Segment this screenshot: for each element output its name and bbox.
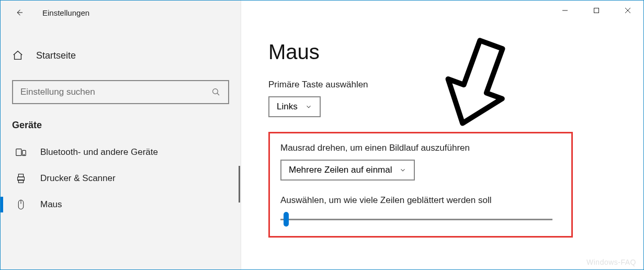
chevron-down-icon [399, 166, 406, 174]
sidebar-item-bluetooth[interactable]: Bluetooth- und andere Geräte [1, 139, 241, 165]
sidebar: Einstellungen Startseite Geräte Bluetoot… [1, 1, 241, 269]
svg-rect-5 [18, 174, 23, 177]
minimize-button[interactable] [549, 1, 581, 20]
primary-button-dropdown[interactable]: Links [268, 96, 321, 117]
search-input[interactable] [20, 87, 211, 97]
highlight-box: Mausrad drehen, um einen Bildlauf auszuf… [268, 132, 573, 238]
svg-rect-1 [16, 149, 21, 156]
window-controls [549, 1, 643, 20]
dropdown-value: Mehrere Zeilen auf einmal [289, 165, 392, 175]
minimize-icon [562, 7, 568, 14]
window-title: Einstellungen [42, 8, 89, 17]
section-header: Geräte [1, 104, 241, 139]
watermark: Windows-FAQ [586, 258, 636, 266]
slider-track [280, 219, 552, 220]
dropdown-value: Links [277, 102, 298, 112]
search-icon [211, 87, 221, 97]
back-button[interactable] [12, 5, 27, 20]
slider-thumb[interactable] [284, 212, 289, 227]
lines-slider[interactable] [280, 213, 552, 226]
sidebar-item-label: Maus [40, 199, 62, 210]
close-icon [625, 7, 631, 14]
devices-icon [15, 147, 27, 158]
titlebar: Einstellungen [1, 1, 241, 25]
maximize-icon [593, 7, 600, 14]
mouse-icon [16, 199, 26, 210]
page-title: Maus [268, 40, 623, 64]
sidebar-item-label: Drucker & Scanner [40, 173, 116, 184]
search-box[interactable] [12, 80, 229, 104]
content-area: Maus Primäre Taste auswählen Links Mausr… [241, 1, 643, 269]
svg-point-0 [213, 89, 218, 94]
chevron-down-icon [305, 103, 312, 110]
home-label: Startseite [36, 50, 76, 61]
sidebar-item-printers[interactable]: Drucker & Scanner [1, 165, 241, 192]
scrollbar[interactable] [239, 166, 240, 203]
scroll-setting-dropdown[interactable]: Mehrere Zeilen auf einmal [280, 160, 415, 181]
primary-button-label: Primäre Taste auswählen [268, 80, 623, 90]
sidebar-item-label: Bluetooth- und andere Geräte [40, 147, 158, 158]
home-link[interactable]: Startseite [1, 43, 241, 68]
lines-setting-label: Auswählen, um wie viele Zeilen geblätter… [280, 195, 561, 206]
home-icon [12, 50, 24, 61]
scroll-setting-label: Mausrad drehen, um einen Bildlauf auszuf… [280, 143, 561, 153]
printer-icon [15, 173, 27, 184]
svg-point-3 [24, 154, 24, 155]
svg-rect-10 [594, 8, 599, 13]
close-button[interactable] [612, 1, 643, 20]
sidebar-item-mouse[interactable]: Maus [1, 192, 241, 218]
arrow-left-icon [15, 8, 24, 17]
maximize-button[interactable] [581, 1, 612, 20]
